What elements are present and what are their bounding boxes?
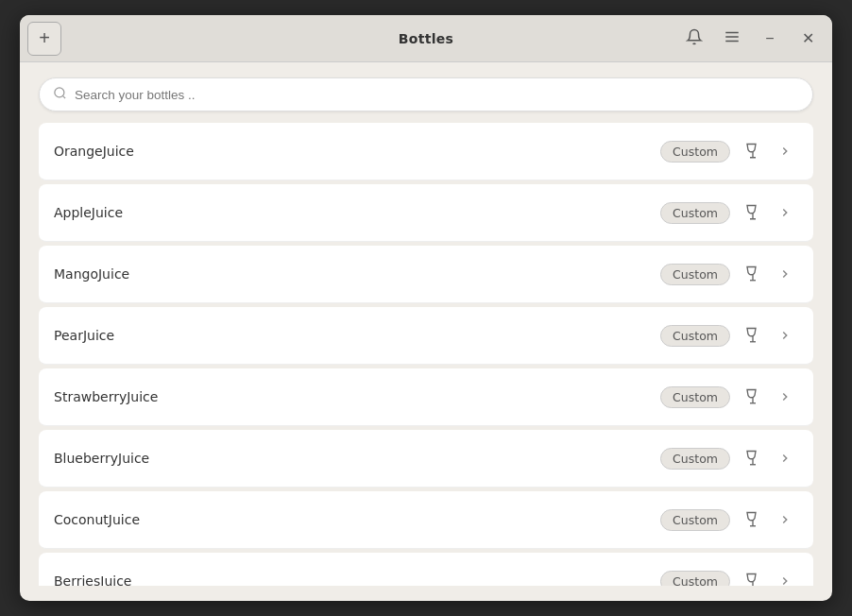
titlebar: + Bottles bbox=[20, 15, 832, 62]
chevron-right-icon[interactable] bbox=[772, 199, 798, 226]
search-bar bbox=[39, 77, 813, 111]
item-badge: Custom bbox=[660, 448, 730, 470]
wine-icon[interactable] bbox=[738, 566, 768, 586]
app-window: + Bottles bbox=[20, 15, 832, 601]
bell-icon bbox=[686, 28, 703, 49]
list-item[interactable]: BlueberryJuice Custom bbox=[39, 430, 813, 488]
wine-icon[interactable] bbox=[738, 259, 768, 289]
chevron-right-icon[interactable] bbox=[772, 384, 798, 410]
bottles-list: OrangeJuice Custom AppleJuice Custom bbox=[39, 123, 813, 586]
svg-point-3 bbox=[55, 88, 64, 97]
close-icon: ✕ bbox=[802, 29, 814, 47]
item-name: AppleJuice bbox=[54, 205, 660, 220]
item-badge: Custom bbox=[660, 202, 730, 224]
item-name: BerriesJuice bbox=[54, 573, 660, 586]
wine-icon[interactable] bbox=[738, 136, 768, 166]
list-item[interactable]: StrawberryJuice Custom bbox=[39, 368, 813, 426]
search-icon bbox=[53, 86, 67, 103]
item-name: StrawberryJuice bbox=[54, 389, 660, 404]
chevron-right-icon[interactable] bbox=[772, 322, 798, 349]
item-badge: Custom bbox=[660, 386, 730, 408]
chevron-right-icon[interactable] bbox=[772, 506, 798, 533]
wine-icon[interactable] bbox=[738, 382, 768, 412]
item-name: MangoJuice bbox=[54, 266, 660, 282]
list-item[interactable]: MangoJuice Custom bbox=[39, 246, 813, 303]
minimize-icon: − bbox=[765, 30, 774, 47]
close-button[interactable]: ✕ bbox=[791, 22, 825, 56]
svg-line-4 bbox=[62, 95, 65, 98]
list-item[interactable]: OrangeJuice Custom bbox=[39, 123, 813, 180]
list-item[interactable]: BerriesJuice Custom bbox=[39, 553, 813, 586]
wine-icon[interactable] bbox=[738, 197, 768, 228]
chevron-right-icon[interactable] bbox=[772, 568, 798, 586]
list-item[interactable]: PearJuice Custom bbox=[39, 307, 813, 365]
list-item[interactable]: CoconutJuice Custom bbox=[39, 491, 813, 549]
item-badge: Custom bbox=[660, 571, 730, 587]
item-badge: Custom bbox=[660, 264, 730, 285]
wine-icon[interactable] bbox=[738, 443, 768, 473]
item-name: BlueberryJuice bbox=[54, 451, 660, 466]
chevron-right-icon[interactable] bbox=[772, 445, 798, 471]
window-title: Bottles bbox=[399, 31, 453, 46]
wine-icon[interactable] bbox=[738, 505, 768, 535]
hamburger-icon bbox=[724, 28, 741, 49]
window-content: OrangeJuice Custom AppleJuice Custom bbox=[20, 62, 832, 601]
titlebar-left: + bbox=[27, 22, 61, 56]
search-input[interactable] bbox=[75, 88, 799, 102]
item-badge: Custom bbox=[660, 325, 730, 347]
notification-button[interactable] bbox=[677, 22, 711, 56]
chevron-right-icon[interactable] bbox=[772, 261, 798, 287]
list-item[interactable]: AppleJuice Custom bbox=[39, 184, 813, 242]
item-name: OrangeJuice bbox=[54, 144, 660, 159]
item-badge: Custom bbox=[660, 509, 730, 531]
chevron-right-icon[interactable] bbox=[772, 138, 798, 164]
minimize-button[interactable]: − bbox=[753, 22, 787, 56]
wine-icon[interactable] bbox=[738, 320, 768, 351]
item-name: PearJuice bbox=[54, 328, 660, 343]
titlebar-right: − ✕ bbox=[677, 22, 825, 56]
add-button[interactable]: + bbox=[27, 22, 61, 56]
menu-button[interactable] bbox=[715, 22, 749, 56]
item-badge: Custom bbox=[660, 141, 730, 163]
item-name: CoconutJuice bbox=[54, 512, 660, 527]
